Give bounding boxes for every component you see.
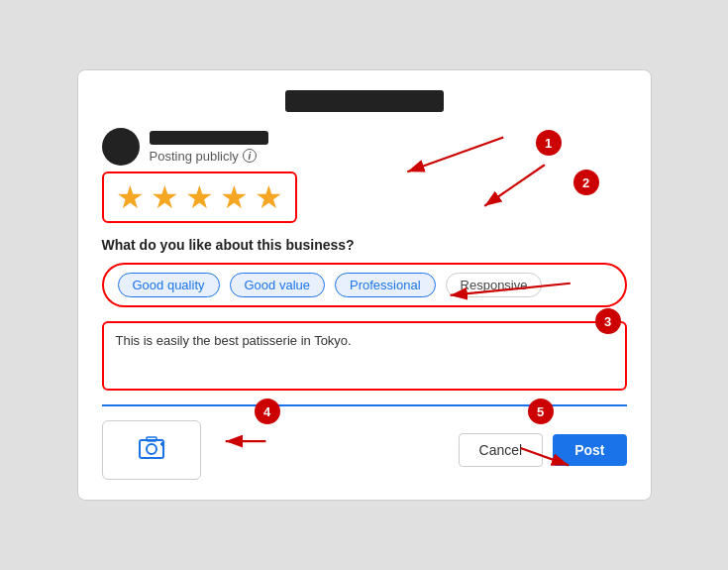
annotation-1: 1: [536, 130, 562, 156]
info-icon[interactable]: i: [243, 149, 257, 163]
user-info: Posting publicly i: [150, 131, 268, 164]
stars-box[interactable]: ★ ★ ★ ★ ★: [102, 171, 297, 223]
tag-professional[interactable]: Professional: [335, 273, 436, 297]
question-label: What do you like about this business?: [102, 237, 627, 253]
star-1[interactable]: ★: [116, 181, 145, 213]
annotation-4: 4: [255, 399, 280, 424]
svg-point-7: [147, 444, 156, 454]
review-text: This is easily the best patisserie in To…: [116, 333, 613, 348]
annotation-5: 5: [528, 399, 554, 424]
bottom-row: Cancel Post: [102, 420, 627, 480]
cancel-button[interactable]: Cancel: [459, 433, 544, 467]
photo-upload-box[interactable]: [102, 420, 201, 480]
posting-publicly-label: Posting publicly i: [150, 149, 268, 164]
post-button[interactable]: Post: [553, 434, 626, 466]
review-text-box[interactable]: This is easily the best patisserie in To…: [102, 321, 627, 391]
star-4[interactable]: ★: [220, 181, 249, 213]
review-dialog: 1 2 3 4 5 Posting publicly i: [77, 69, 652, 501]
avatar: [102, 128, 140, 166]
annotation-3: 3: [595, 308, 621, 334]
tags-box: Good quality Good value Professional Res…: [102, 263, 627, 307]
svg-line-2: [484, 165, 545, 206]
tag-good-value[interactable]: Good value: [230, 273, 326, 297]
svg-rect-6: [140, 440, 163, 458]
tag-good-quality[interactable]: Good quality: [118, 273, 220, 297]
add-photo-icon[interactable]: [137, 433, 166, 468]
star-5[interactable]: ★: [255, 181, 283, 213]
annotation-2: 2: [573, 170, 599, 195]
header-bar: [102, 90, 627, 112]
star-2[interactable]: ★: [151, 181, 179, 213]
action-buttons: Cancel Post: [459, 433, 627, 467]
star-3[interactable]: ★: [185, 181, 214, 213]
header-title: [285, 90, 444, 112]
user-name: [150, 131, 268, 145]
tag-responsive[interactable]: Responsive: [446, 273, 543, 297]
